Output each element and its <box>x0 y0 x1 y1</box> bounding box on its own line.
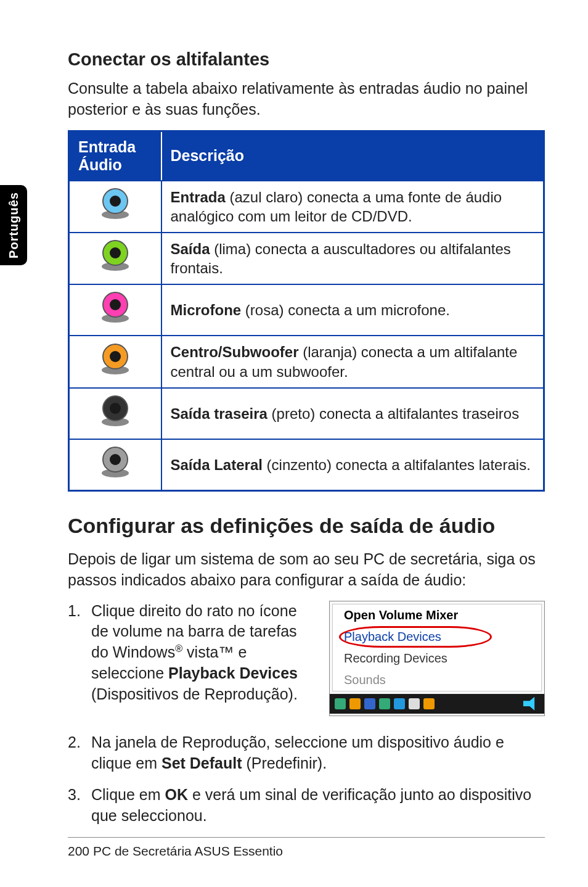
audio-ports-table: Entrada Áudio Descrição Entrada (azul cl… <box>68 130 545 492</box>
audio-port-description: Saída (lima) conecta a auscultadores ou … <box>161 233 544 284</box>
audio-jack-icon <box>69 233 161 284</box>
menu-playback-devices: Playback Devices <box>333 626 541 648</box>
table-row: Centro/Subwoofer (laranja) conecta a um … <box>69 336 544 387</box>
step-2-text: Na janela de Reprodução, seleccione um d… <box>91 732 545 774</box>
audio-port-description: Centro/Subwoofer (laranja) conecta a um … <box>161 336 544 387</box>
audio-jack-icon <box>69 336 161 387</box>
step1-row: 1. Clique direito do rato no ícone de vo… <box>68 601 545 716</box>
step-1-number: 1. <box>68 601 91 705</box>
tray-icon <box>349 698 361 709</box>
page-footer: 200 PC de Secretária ASUS Essentio <box>68 837 545 859</box>
tray-icon <box>394 698 405 709</box>
tray-icon <box>423 698 435 709</box>
audio-port-description: Saída traseira (preto) conecta a altifal… <box>161 388 544 439</box>
svg-point-14 <box>110 403 121 414</box>
audio-port-description: Microfone (rosa) conecta a um microfone. <box>161 284 544 336</box>
audio-port-description: Entrada (azul claro) conecta a uma fonte… <box>161 181 544 233</box>
audio-jack-icon <box>69 284 161 336</box>
footer-title: PC de Secretária ASUS Essentio <box>89 844 283 858</box>
table-header-desc: Descrição <box>161 131 544 181</box>
step-3-text: Clique em OK e verá um sinal de verifica… <box>91 785 545 827</box>
tray-icon <box>335 698 346 709</box>
table-row: Saída (lima) conecta a auscultadores ou … <box>69 233 544 284</box>
system-tray <box>330 694 544 714</box>
section-title-connect: Conectar os altifalantes <box>68 49 545 70</box>
tray-icon <box>379 698 390 709</box>
page: Português Conectar os altifalantes Consu… <box>0 0 588 887</box>
context-menu-screenshot: Open Volume Mixer Playback Devices Recor… <box>329 601 545 716</box>
svg-point-17 <box>110 454 121 465</box>
step-3-number: 3. <box>68 785 91 827</box>
section-intro-connect: Consulte a tabela abaixo relativamente à… <box>68 78 545 120</box>
step-3: 3. Clique em OK e verá um sinal de verif… <box>68 785 545 827</box>
tray-icon <box>364 698 375 709</box>
step-1-text: Clique direito do rato no ícone de volum… <box>91 601 314 705</box>
table-header-port: Entrada Áudio <box>69 131 161 181</box>
audio-jack-icon <box>69 181 161 233</box>
audio-port-description: Saída Lateral (cinzento) conecta a altif… <box>161 439 544 491</box>
table-row: Microfone (rosa) conecta a um microfone. <box>69 284 544 336</box>
audio-jack-icon <box>69 439 161 491</box>
menu-sounds: Sounds <box>333 669 541 691</box>
page-number: 200 <box>68 844 89 858</box>
svg-point-8 <box>110 299 121 310</box>
step-2-number: 2. <box>68 732 91 774</box>
svg-point-5 <box>110 247 121 258</box>
section-title-configure: Configurar as definições de saída de áud… <box>68 514 545 538</box>
table-row: Saída traseira (preto) conecta a altifal… <box>69 388 544 439</box>
svg-point-2 <box>110 196 121 207</box>
speaker-icon <box>523 697 539 711</box>
tray-icon <box>409 698 420 709</box>
section-intro-configure: Depois de ligar um sistema de som ao seu… <box>68 549 545 591</box>
menu-open-volume-mixer: Open Volume Mixer <box>333 604 541 626</box>
table-row: Entrada (azul claro) conecta a uma fonte… <box>69 181 544 233</box>
audio-jack-icon <box>69 388 161 439</box>
language-tab-label: Português <box>7 192 21 258</box>
language-tab: Português <box>0 185 27 265</box>
step-1: 1. Clique direito do rato no ícone de vo… <box>68 601 314 705</box>
table-row: Saída Lateral (cinzento) conecta a altif… <box>69 439 544 491</box>
menu-recording-devices: Recording Devices <box>333 648 541 669</box>
svg-point-11 <box>110 351 121 362</box>
highlight-oval-icon <box>339 626 492 648</box>
step-2: 2. Na janela de Reprodução, seleccione u… <box>68 732 545 774</box>
